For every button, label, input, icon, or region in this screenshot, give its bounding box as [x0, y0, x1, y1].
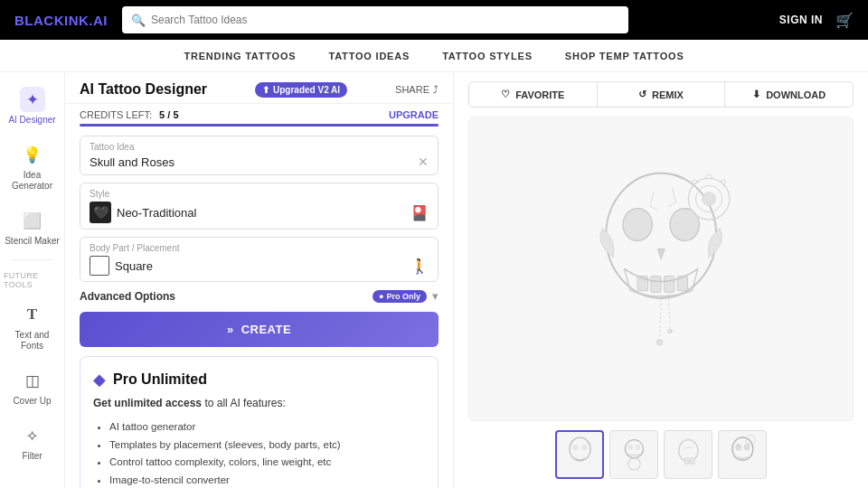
svg-line-10	[659, 295, 661, 339]
remix-icon: ↺	[638, 89, 646, 100]
preview-panel: ♡ FAVORITE ↺ REMIX ⬇ DOWNLOAD	[454, 72, 868, 488]
sidebar-item-label: Stencil Maker	[5, 236, 60, 247]
search-input[interactable]	[151, 14, 619, 26]
tattoo-idea-row: Skull and Roses ✕	[90, 155, 429, 169]
style-field[interactable]: Style 🖤 Neo-Traditional 🎴	[80, 183, 439, 230]
cover-up-icon: ◫	[20, 368, 45, 393]
svg-rect-4	[651, 277, 661, 293]
upgrade-star-icon: ⬆	[262, 85, 269, 95]
pro-only-badge: ● Pro Only	[373, 290, 427, 303]
filter-icon: ⟡	[20, 423, 45, 448]
favorite-button[interactable]: ♡ FAVORITE	[468, 81, 598, 108]
list-item: Control tattoo complexity, colors, line …	[109, 454, 425, 472]
create-button[interactable]: » CREATE	[80, 312, 439, 347]
sidebar: ✦ AI Designer 💡 Idea Generator ⬜ Stencil…	[0, 72, 65, 488]
text-fonts-icon: T	[20, 302, 45, 327]
svg-point-14	[569, 437, 590, 461]
style-expand-icon: 🎴	[410, 204, 429, 221]
credits-progress-fill	[80, 124, 439, 127]
pro-unlimited-subtitle: Get unlimited access to all AI features:	[93, 397, 425, 409]
style-value: 🖤 Neo-Traditional	[90, 202, 196, 223]
pro-features-list: AI tattoo generator Templates by placeme…	[93, 418, 425, 488]
create-chevron-icon: »	[227, 323, 234, 336]
credits-label: CREDITS LEFT:	[80, 109, 152, 120]
svg-point-20	[627, 457, 639, 469]
cart-icon[interactable]: 🛒	[835, 12, 854, 29]
pro-unlimited-box: ◆ Pro Unlimited Get unlimited access to …	[80, 356, 439, 488]
style-row: 🖤 Neo-Traditional 🎴	[90, 202, 429, 223]
credits-bar: CREDITS LEFT: 5 / 5 UPGRADE	[65, 104, 453, 124]
sidebar-item-label: Filter	[22, 451, 42, 462]
svg-point-9	[703, 192, 716, 206]
svg-point-13	[667, 329, 672, 333]
svg-point-27	[745, 435, 755, 445]
svg-point-19	[635, 445, 639, 449]
placement-row: Square 🚶	[90, 256, 429, 276]
svg-point-1	[623, 209, 653, 241]
placement-figure-icon: 🚶	[410, 258, 429, 275]
tattoo-idea-value: Skull and Roses	[90, 155, 175, 169]
content-panel: AI Tattoo Designer ⬆ Upgraded V2 AI SHAR…	[65, 72, 454, 488]
style-label: Style	[90, 189, 429, 199]
tattoo-preview-area	[468, 117, 854, 421]
sidebar-item-cover-up[interactable]: ◫ Cover Up	[0, 361, 64, 412]
ai-designer-icon: ✦	[20, 87, 45, 112]
brand-logo[interactable]: BLACKINK.AI	[14, 13, 108, 28]
upgrade-link[interactable]: UPGRADE	[389, 109, 439, 120]
thumbnail-strip	[454, 421, 868, 488]
sidebar-item-ai-designer[interactable]: ✦ AI Designer	[0, 80, 64, 131]
sidebar-item-label: AI Designer	[8, 115, 55, 126]
svg-point-16	[581, 444, 587, 449]
thumbnail-1[interactable]	[555, 430, 604, 479]
heart-icon: ♡	[501, 89, 510, 100]
pro-unlimited-header: ◆ Pro Unlimited	[93, 370, 425, 389]
stencil-maker-icon: ⬜	[20, 208, 45, 233]
sidebar-item-stencil-maker[interactable]: ⬜ Stencil Maker	[0, 201, 64, 252]
share-icon: ⤴	[433, 84, 439, 95]
subnav-ideas[interactable]: TATTOO IDEAS	[328, 51, 410, 61]
subnav-shop[interactable]: SHOP TEMP TATTOOS	[565, 51, 684, 61]
sub-navigation: TRENDING TATTOOS TATTOO IDEAS TATTOO STY…	[0, 40, 868, 72]
svg-point-18	[627, 445, 632, 449]
signin-button[interactable]: SIGN IN	[779, 14, 823, 26]
thumbnail-2[interactable]	[609, 430, 658, 479]
thumbnail-4[interactable]	[718, 430, 767, 479]
share-button[interactable]: SHARE ⤴	[395, 84, 439, 95]
nav-right: SIGN IN 🛒	[779, 12, 854, 29]
upgraded-badge: ⬆ Upgraded V2 AI	[255, 82, 347, 98]
download-icon: ⬇	[752, 89, 760, 100]
svg-point-25	[735, 443, 741, 450]
advanced-options-row[interactable]: Advanced Options ● Pro Only ▾	[80, 289, 439, 303]
sidebar-item-text-fonts[interactable]: T Text and Fonts	[0, 295, 64, 357]
main-layout: ✦ AI Designer 💡 Idea Generator ⬜ Stencil…	[0, 72, 868, 488]
svg-rect-5	[664, 277, 674, 293]
advanced-options-label: Advanced Options	[80, 290, 175, 303]
sidebar-item-idea-generator[interactable]: 💡 Idea Generator	[0, 135, 64, 197]
svg-line-11	[668, 295, 670, 328]
svg-point-15	[572, 444, 578, 449]
designer-title: AI Tattoo Designer	[80, 81, 207, 98]
download-button[interactable]: ⬇ DOWNLOAD	[725, 81, 854, 108]
tattoo-preview-svg	[498, 140, 824, 398]
style-thumb-icon: 🖤	[90, 202, 111, 223]
sidebar-item-filter[interactable]: ⟡ Filter	[0, 416, 64, 467]
remix-button[interactable]: ↺ REMIX	[598, 81, 726, 108]
tattoo-idea-field[interactable]: Tattoo Idea Skull and Roses ✕	[80, 136, 439, 175]
placement-field[interactable]: Body Part / Placement Square 🚶	[80, 237, 439, 282]
search-icon: 🔍	[131, 14, 146, 27]
subnav-trending[interactable]: TRENDING TATTOOS	[184, 51, 296, 61]
credits-progress-bar	[80, 124, 439, 127]
tattoo-idea-clear-icon[interactable]: ✕	[418, 155, 429, 169]
idea-generator-icon: 💡	[20, 142, 45, 167]
svg-point-24	[732, 437, 753, 460]
form-section: Tattoo Idea Skull and Roses ✕ Style 🖤 Ne…	[65, 136, 453, 282]
top-navigation: BLACKINK.AI 🔍 SIGN IN 🛒	[0, 0, 868, 40]
thumbnail-3[interactable]	[664, 430, 712, 479]
future-tools-label: Future Tools	[0, 267, 64, 291]
pro-unlimited-title: Pro Unlimited	[113, 371, 207, 388]
sidebar-item-label: Idea Generator	[4, 170, 61, 192]
pro-diamond-icon: ◆	[93, 370, 106, 389]
list-item: AI tattoo generator	[109, 418, 425, 436]
subnav-styles[interactable]: TATTOO STYLES	[442, 51, 533, 61]
expand-chevron-icon[interactable]: ▾	[432, 289, 439, 303]
